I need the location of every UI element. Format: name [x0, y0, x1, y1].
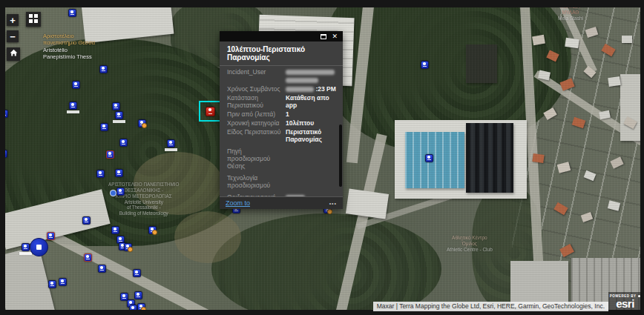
globe-icon	[638, 295, 641, 298]
field-value: Κατάθεση απο app	[286, 94, 340, 109]
marker-label-chip	[113, 120, 125, 124]
incident-marker[interactable]	[59, 278, 67, 286]
incident-marker[interactable]	[112, 102, 120, 110]
incident-marker[interactable]	[148, 226, 157, 234]
incident-marker[interactable]	[116, 188, 125, 196]
incident-marker[interactable]	[133, 269, 141, 277]
map-attribution: Maxar | Terra Mapping the Globe Ltd, Esr…	[373, 302, 608, 311]
popup-title: 10λέπτου-Περιστατικό Παρανομίας	[220, 42, 343, 66]
field-value	[286, 147, 340, 170]
incident-marker[interactable]	[98, 265, 106, 273]
popup-body[interactable]: Incident_User Χρόνος Συμβάντος :23 PM Κα…	[220, 66, 343, 196]
incident-marker[interactable]	[0, 150, 7, 158]
incident-marker[interactable]	[100, 123, 108, 131]
incident-marker[interactable]	[421, 61, 429, 69]
redacted-value	[286, 78, 318, 83]
field-label: Κατάσταση Περιστατικού	[227, 94, 286, 109]
popup-field-row: Πηγή προσδιορισμού Θέσης	[227, 147, 340, 170]
esri-logo[interactable]: POWERED BY esri	[608, 292, 642, 315]
marker-label-chip	[67, 110, 79, 114]
redacted-value	[286, 70, 335, 75]
incident-marker[interactable]	[30, 238, 48, 256]
selected-incident-marker[interactable]	[206, 107, 215, 116]
incident-marker[interactable]	[167, 139, 175, 147]
popup-field-row: Κατάσταση Περιστατικού Κατάθεση απο app	[227, 94, 340, 109]
incident-marker[interactable]	[82, 216, 91, 225]
incident-marker[interactable]	[0, 110, 8, 118]
home-icon	[9, 48, 19, 60]
field-label: Χρόνος Συμβάντος	[227, 85, 286, 93]
dock-icon	[321, 34, 326, 39]
home-button[interactable]	[7, 47, 20, 61]
zoom-in-button[interactable]: +	[7, 14, 19, 26]
incident-marker[interactable]	[72, 81, 80, 89]
incident-marker[interactable]	[124, 243, 132, 251]
zoom-out-button[interactable]: −	[7, 30, 19, 42]
incident-marker[interactable]	[129, 305, 137, 313]
incident-marker[interactable]	[115, 111, 123, 119]
field-label: Incident_User	[227, 68, 286, 84]
incident-marker[interactable]	[22, 243, 30, 251]
marker-label-chip	[19, 252, 32, 256]
incident-marker[interactable]	[115, 169, 123, 177]
field-label: Πηγή προσδιορισμού Θέσης	[227, 147, 286, 170]
field-value: Περιστατικό Παρανομίας	[286, 128, 340, 143]
incident-marker[interactable]	[134, 291, 142, 299]
marker-label-chip	[165, 148, 177, 152]
popup-field-row: Τεχνολογία προσδιορισμού	[227, 174, 340, 189]
popup-field-row: Χρόνος Συμβάντος :23 PM	[227, 85, 340, 93]
redacted-value	[286, 87, 314, 92]
field-label: Είδος Περιστατικού	[227, 128, 286, 143]
field-value: 1	[286, 110, 340, 118]
grid-icon	[29, 14, 38, 25]
field-value	[286, 68, 340, 84]
popup-field-row: Είδος Περιστατικού Περιστατικό Παρανομία…	[227, 128, 340, 143]
field-label: Τεχνολογία προσδιορισμού	[227, 174, 286, 189]
incident-marker[interactable]	[84, 253, 92, 262]
incident-marker[interactable]	[138, 119, 146, 127]
incident-marker[interactable]	[119, 139, 128, 147]
close-icon: ✕	[332, 33, 338, 40]
esri-wordmark: esri	[608, 298, 642, 310]
zoom-to-link[interactable]: Zoom to	[226, 199, 250, 207]
incident-marker[interactable]	[137, 303, 145, 311]
feature-popup: ✕ 10λέπτου-Περιστατικό Παρανομίας Incide…	[220, 31, 343, 209]
popup-field-row: Incident_User	[227, 68, 340, 84]
map-app-window: Αριστοτέλειοπανεπιστήμιο ΘεσσαAristotéli…	[0, 0, 644, 315]
incident-marker[interactable]	[106, 150, 114, 159]
incident-marker[interactable]	[68, 9, 76, 17]
popup-field-row: Πριν από (λεπτά) 1	[227, 110, 340, 118]
popup-titlebar: ✕	[220, 31, 343, 42]
incident-marker[interactable]	[47, 232, 55, 240]
popup-scrollbar-thumb[interactable]	[339, 125, 342, 187]
field-value: :23 PM	[286, 85, 340, 93]
incident-marker[interactable]	[69, 102, 77, 110]
incident-marker[interactable]	[48, 280, 56, 288]
popup-field-row: Χρονική κατηγορία 10λέπτου	[227, 119, 340, 127]
close-button[interactable]: ✕	[332, 33, 338, 40]
field-value	[286, 174, 340, 189]
incident-marker[interactable]	[425, 154, 433, 162]
field-value-text: :23 PM	[315, 85, 335, 93]
popup-menu-button[interactable]: •••	[329, 201, 337, 206]
incident-marker[interactable]	[111, 226, 119, 234]
incident-marker[interactable]	[96, 170, 105, 178]
field-value: 10λέπτου	[286, 119, 340, 127]
dock-button[interactable]	[321, 34, 326, 39]
field-label: Χρονική κατηγορία	[227, 119, 286, 127]
incident-marker[interactable]	[110, 190, 116, 196]
field-label: Πριν από (λεπτά)	[227, 110, 286, 118]
basemap-gallery-button[interactable]	[26, 12, 41, 27]
incident-marker[interactable]	[99, 65, 108, 73]
popup-footer: Zoom to •••	[220, 196, 343, 209]
